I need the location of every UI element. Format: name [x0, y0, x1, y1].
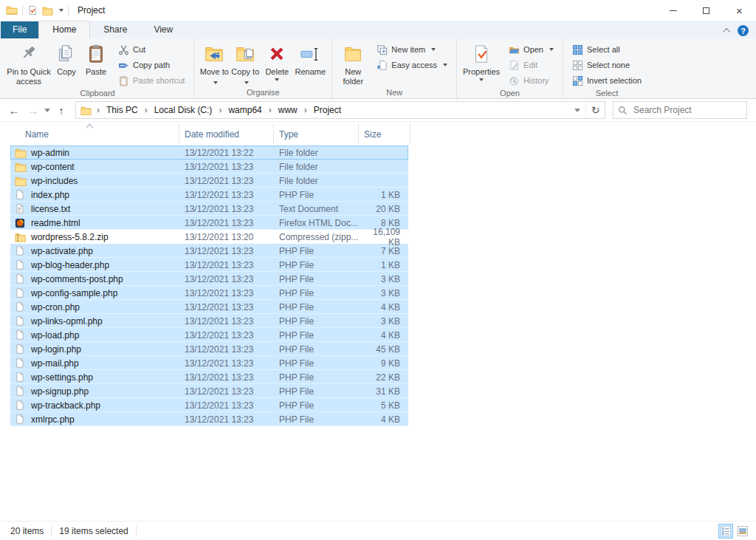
file-size: 1 KB: [359, 260, 405, 270]
refresh-button[interactable]: ↻: [585, 102, 605, 118]
file-name: xmlrpc.php: [31, 414, 75, 425]
easy-access-button[interactable]: Easy access: [374, 58, 450, 72]
invert-selection-button[interactable]: Invert selection: [569, 73, 645, 88]
breadcrumb-item[interactable]: Project: [312, 103, 343, 117]
maximize-button[interactable]: [690, 0, 723, 21]
file-row[interactable]: index.php 13/12/2021 13:23 PHP File 1 KB: [10, 188, 408, 202]
delete-button[interactable]: Delete: [261, 41, 293, 83]
file-row[interactable]: wp-load.php 13/12/2021 13:23 PHP File 4 …: [10, 328, 408, 342]
column-header-type[interactable]: Type: [274, 123, 359, 144]
history-label: History: [523, 76, 549, 85]
search-input[interactable]: [633, 105, 742, 115]
address-dropdown-button[interactable]: [569, 102, 585, 118]
file-row[interactable]: wp-admin 13/12/2021 13:22 File folder: [10, 146, 408, 160]
refresh-icon: ↻: [591, 104, 600, 116]
minimize-button[interactable]: [656, 0, 690, 21]
file-row[interactable]: wp-links-opml.php 13/12/2021 13:23 PHP F…: [10, 314, 408, 328]
help-icon[interactable]: ?: [738, 25, 749, 36]
breadcrumb-item[interactable]: This PC: [105, 103, 140, 117]
copy-button[interactable]: Copy: [52, 41, 81, 78]
file-size: 4 KB: [359, 330, 405, 341]
back-button[interactable]: ←: [4, 101, 24, 119]
close-button[interactable]: ×: [723, 0, 756, 21]
select-none-button[interactable]: Select none: [569, 58, 645, 72]
properties-quick-icon[interactable]: [27, 5, 38, 16]
file-type: PHP File: [274, 190, 359, 200]
file-row[interactable]: wp-activate.php 13/12/2021 13:23 PHP Fil…: [10, 244, 408, 258]
breadcrumb-item[interactable]: www: [277, 103, 299, 117]
large-icons-view-button[interactable]: [735, 524, 750, 539]
cut-button[interactable]: Cut: [115, 42, 188, 57]
file-name-cell: wordpress-5.8.2.zip: [10, 231, 179, 243]
file-row[interactable]: wp-blog-header.php 13/12/2021 13:23 PHP …: [10, 258, 408, 272]
file-row[interactable]: wp-settings.php 13/12/2021 13:23 PHP Fil…: [10, 370, 408, 384]
file-type: PHP File: [274, 246, 359, 256]
file-row[interactable]: wp-login.php 13/12/2021 13:23 PHP File 4…: [10, 342, 408, 356]
file-type: PHP File: [274, 386, 359, 397]
history-icon: [509, 75, 520, 86]
select-all-button[interactable]: Select all: [569, 42, 645, 57]
tab-home[interactable]: Home: [38, 21, 90, 38]
recent-locations-icon[interactable]: [44, 109, 50, 112]
tab-share[interactable]: Share: [90, 21, 140, 38]
file-list: Name Date modified Type Size wp-admin 13…: [0, 122, 756, 426]
sort-ascending-icon: [86, 124, 94, 131]
breadcrumb-separator-icon: ›: [304, 105, 307, 115]
file-name: wp-signup.php: [31, 386, 89, 397]
qat-customize-icon[interactable]: [59, 9, 63, 12]
copy-path-button[interactable]: Copy path: [115, 58, 188, 72]
column-header-date-modified[interactable]: Date modified: [179, 123, 274, 144]
file-row[interactable]: wordpress-5.8.2.zip 13/12/2021 13:20 Com…: [10, 230, 408, 244]
file-icon: [15, 400, 27, 411]
open-button[interactable]: Open: [506, 42, 557, 57]
file-row[interactable]: wp-signup.php 13/12/2021 13:23 PHP File …: [10, 384, 408, 398]
file-size: 3 KB: [359, 274, 405, 284]
new-item-button[interactable]: New item: [374, 42, 450, 57]
column-header-size[interactable]: Size: [359, 123, 410, 144]
file-row[interactable]: wp-cron.php 13/12/2021 13:23 PHP File 4 …: [10, 300, 408, 314]
properties-button[interactable]: Properties: [461, 41, 501, 83]
file-row[interactable]: wp-mail.php 13/12/2021 13:23 PHP File 9 …: [10, 356, 408, 370]
breadcrumb-separator-icon: ›: [219, 105, 221, 115]
file-date-modified: 13/12/2021 13:23: [179, 302, 274, 312]
file-row[interactable]: wp-comments-post.php 13/12/2021 13:23 PH…: [10, 272, 408, 286]
details-view-button[interactable]: [718, 524, 733, 539]
file-row[interactable]: wp-includes 13/12/2021 13:23 File folder: [10, 174, 408, 188]
file-type: PHP File: [274, 372, 359, 383]
pin-to-quick-access-button[interactable]: Pin to Quick access: [6, 41, 52, 87]
file-date-modified: 13/12/2021 13:23: [179, 204, 274, 214]
rename-button[interactable]: Rename: [293, 41, 327, 78]
breadcrumb-item[interactable]: Local Disk (C:): [153, 103, 214, 117]
tab-view[interactable]: View: [140, 21, 186, 38]
paste-button[interactable]: Paste: [81, 41, 111, 78]
file-row[interactable]: wp-config-sample.php 13/12/2021 13:23 PH…: [10, 286, 408, 300]
address-box[interactable]: ›This PC›Local Disk (C:)›wamp64›www›Proj…: [75, 101, 605, 119]
file-row[interactable]: readme.html 13/12/2021 13:23 Firefox HTM…: [10, 216, 408, 230]
select-none-icon: [572, 60, 583, 71]
file-row[interactable]: xmlrpc.php 13/12/2021 13:23 PHP File 4 K…: [10, 412, 408, 426]
new-folder-quick-icon[interactable]: [42, 6, 53, 16]
selected-count: 19 items selected: [59, 526, 128, 536]
file-name: wp-blog-header.php: [31, 260, 109, 270]
invert-selection-icon: [572, 75, 583, 86]
group-label-organise: Organise: [196, 87, 330, 100]
statusbar-separator2: [136, 525, 137, 537]
search-box[interactable]: [613, 101, 747, 119]
folder-icon: [15, 175, 27, 187]
file-row[interactable]: wp-trackback.php 13/12/2021 13:23 PHP Fi…: [10, 398, 408, 412]
up-button[interactable]: ↑: [52, 101, 71, 119]
move-to-button[interactable]: Move to: [199, 41, 230, 87]
back-icon: ←: [9, 104, 20, 117]
column-header-name[interactable]: Name: [10, 123, 179, 144]
ribbon-collapse-icon[interactable]: [723, 28, 730, 35]
new-item-icon: [377, 44, 388, 55]
titlebar-separator2: [68, 5, 69, 16]
file-row[interactable]: license.txt 13/12/2021 13:23 Text Docume…: [10, 202, 408, 216]
tab-file[interactable]: File: [1, 21, 38, 38]
column-size-label: Size: [364, 129, 381, 140]
file-row[interactable]: wp-content 13/12/2021 13:23 File folder: [10, 160, 408, 174]
file-icon: [15, 358, 27, 369]
copy-to-button[interactable]: Copy to: [230, 41, 261, 87]
new-folder-button[interactable]: New folder: [337, 41, 369, 87]
breadcrumb-item[interactable]: wamp64: [227, 103, 263, 117]
